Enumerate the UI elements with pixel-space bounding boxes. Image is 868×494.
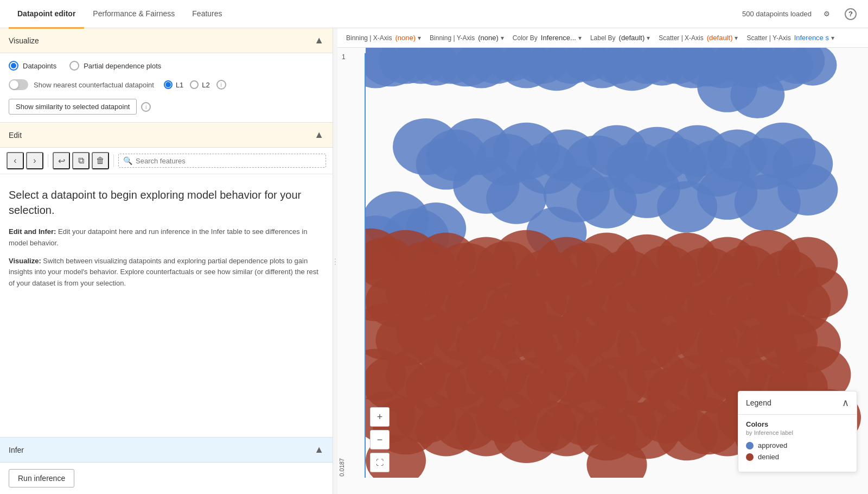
tab-performance-fairness[interactable]: Performance & Fairness	[84, 1, 183, 29]
history-button[interactable]: ↩	[53, 152, 70, 169]
scatter-y-value: Inference s	[794, 34, 829, 42]
help-icon: ?	[845, 8, 857, 20]
denied-color-dot	[746, 453, 754, 461]
similarity-button[interactable]: Show similarity to selected datapoint	[9, 99, 137, 115]
svg-point-31	[730, 72, 784, 118]
chart-controls: + − ⛶	[370, 407, 390, 472]
infer-section-header[interactable]: Infer ▲	[0, 438, 333, 463]
fullscreen-icon: ⛶	[376, 458, 384, 467]
denied-label: denied	[758, 453, 779, 461]
l1-radio-circle	[164, 80, 173, 89]
l-info-icon[interactable]: i	[216, 80, 226, 90]
infer-content: Run inference	[0, 463, 333, 494]
zoom-out-button[interactable]: −	[370, 430, 390, 449]
radio-row: Datapoints Partial dependence plots	[0, 53, 333, 75]
edit-chevron-icon: ▲	[314, 129, 324, 141]
color-by-select[interactable]: Inference... ▾	[541, 34, 582, 42]
visualize-text: Switch between visualizing datapoints an…	[9, 257, 318, 288]
counterfactual-toggle[interactable]	[9, 79, 28, 90]
search-box[interactable]: 🔍	[118, 154, 326, 168]
edit-section-header[interactable]: Edit ▲	[0, 123, 333, 148]
edit-toolbar: ‹ › ↩ ⧉ 🗑 🔍	[0, 148, 333, 174]
radio-datapoints-label: Datapoints	[23, 62, 56, 70]
forward-button[interactable]: ›	[26, 152, 43, 169]
scatter-y-select[interactable]: Inference s ▾	[794, 34, 834, 42]
visualize-description: Visualize: Switch between visualizing da…	[9, 256, 324, 289]
back-button[interactable]: ‹	[7, 152, 24, 169]
binning-y-group: Binning | Y-Axis (none) ▾	[430, 34, 504, 42]
binning-x-arrow-icon: ▾	[418, 34, 421, 42]
zoom-in-button[interactable]: +	[370, 407, 390, 427]
run-inference-button[interactable]: Run inference	[9, 469, 74, 487]
copy-icon: ⧉	[78, 156, 84, 166]
svg-point-110	[788, 267, 848, 319]
datapoints-loaded-label: 500 datapoints loaded	[742, 10, 812, 18]
scatter-y-group: Scatter | Y-Axis Inference s ▾	[746, 34, 834, 42]
help-button[interactable]: ?	[842, 5, 859, 23]
scatter-x-group: Scatter | X-Axis (default) ▾	[659, 34, 738, 42]
radio-partial-dependence-circle	[69, 61, 79, 71]
color-by-label: Color By	[513, 34, 538, 42]
toolbar-divider	[48, 154, 48, 167]
legend-title: Legend	[746, 398, 771, 407]
label-by-group: Label By (default) ▾	[590, 34, 650, 42]
delete-icon: 🗑	[96, 156, 105, 166]
toggle-label: Show nearest counterfactual datapoint	[34, 81, 154, 89]
legend-collapse-button[interactable]: ∧	[842, 397, 849, 409]
legend-colors-subtitle: by Inference label	[746, 429, 849, 436]
forward-icon: ›	[33, 156, 36, 166]
l2-radio-circle	[190, 80, 199, 89]
nav-right: 500 datapoints loaded ⚙ ?	[742, 5, 859, 23]
radio-partial-dependence-label: Partial dependence plots	[84, 62, 161, 70]
y-axis-bottom-label: 0.0187	[339, 458, 345, 477]
radio-partial-dependence[interactable]: Partial dependence plots	[69, 61, 161, 71]
approved-color-dot	[746, 442, 754, 449]
resize-handle[interactable]: · · ·	[333, 28, 337, 494]
similarity-row: Show similarity to selected datapoint i	[0, 94, 333, 122]
scatter-x-value: (default)	[707, 34, 733, 42]
search-input[interactable]	[136, 157, 321, 165]
tab-features[interactable]: Features	[183, 1, 231, 29]
l1-radio[interactable]: L1	[164, 80, 183, 89]
infer-chevron-icon: ▲	[314, 444, 324, 455]
binning-y-arrow-icon: ▾	[501, 34, 504, 42]
tab-datapoint-editor[interactable]: Datapoint editor	[9, 1, 84, 29]
history-icon: ↩	[58, 156, 65, 166]
radio-datapoints[interactable]: Datapoints	[9, 61, 56, 71]
settings-button[interactable]: ⚙	[818, 5, 835, 23]
binning-y-label: Binning | Y-Axis	[430, 34, 475, 42]
edit-content: Select a datapoint to begin exploring mo…	[0, 174, 333, 437]
similarity-info-icon[interactable]: i	[141, 102, 151, 112]
fullscreen-button[interactable]: ⛶	[370, 453, 390, 472]
scatter-x-select[interactable]: (default) ▾	[707, 34, 738, 42]
label-by-label: Label By	[590, 34, 616, 42]
label-by-arrow-icon: ▾	[647, 34, 650, 42]
binning-x-select[interactable]: (none) ▾	[395, 34, 422, 42]
left-panel: Visualize ▲ Datapoints Partial dependenc…	[0, 28, 333, 494]
binning-y-select[interactable]: (none) ▾	[478, 34, 504, 42]
visualize-section-header[interactable]: Visualize ▲	[0, 28, 333, 53]
label-by-select[interactable]: (default) ▾	[619, 34, 650, 42]
scatter-x-label: Scatter | X-Axis	[659, 34, 703, 42]
l2-radio[interactable]: L2	[190, 80, 209, 89]
chart-container[interactable]: 1 0.0187 + − ⛶	[337, 48, 868, 494]
legend-header: Legend ∧	[738, 391, 857, 415]
binning-x-value: (none)	[395, 34, 416, 42]
scatter-x-arrow-icon: ▾	[735, 34, 738, 42]
legend-item-denied: denied	[746, 453, 849, 461]
delete-button[interactable]: 🗑	[92, 152, 109, 169]
binning-y-value: (none)	[478, 34, 499, 42]
edit-infer-label: Edit and Infer:	[9, 227, 56, 236]
l-options: L1 L2 i	[164, 80, 226, 90]
l2-label: L2	[202, 81, 209, 89]
toolbar-divider-2	[113, 154, 114, 167]
scatter-y-label: Scatter | Y-Axis	[746, 34, 790, 42]
legend-body: Colors by Inference label approved denie…	[738, 415, 857, 472]
legend-panel: Legend ∧ Colors by Inference label appro…	[738, 391, 857, 472]
copy-button[interactable]: ⧉	[72, 152, 90, 169]
binning-x-group: Binning | X-Axis (none) ▾	[346, 34, 421, 42]
plus-icon: +	[377, 411, 383, 423]
scatter-y-arrow-icon: ▾	[831, 34, 834, 42]
edit-section-title: Edit	[9, 131, 22, 140]
legend-item-approved: approved	[746, 441, 849, 449]
